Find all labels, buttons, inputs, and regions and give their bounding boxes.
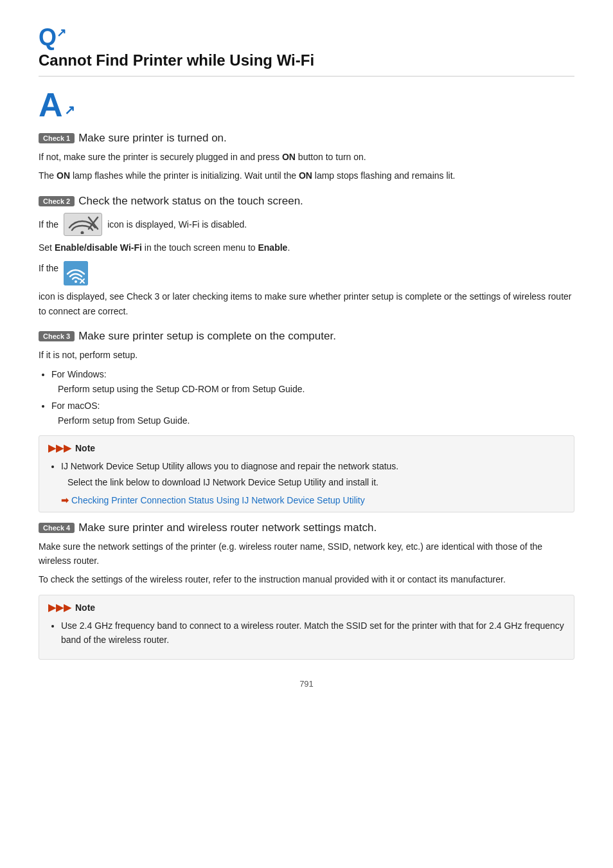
check1-para1: If not, make sure the printer is securel… bbox=[39, 150, 574, 164]
header-q-icon: Q↗ bbox=[39, 26, 574, 49]
check2-set-text: Set Enable/disable Wi-Fi in the touch sc… bbox=[39, 240, 574, 255]
check4-note: ▶▶▶ Note Use 2.4 GHz frequency band to c… bbox=[39, 595, 574, 660]
check3-macos-label: For macOS: bbox=[51, 401, 100, 411]
check3-heading: Check 3 Make sure printer setup is compl… bbox=[39, 330, 574, 343]
check3-bullet-macos: For macOS: Perform setup from Setup Guid… bbox=[51, 399, 574, 428]
check1-para2: The ON lamp flashes while the printer is… bbox=[39, 168, 574, 183]
check4-badge: Check 4 bbox=[39, 523, 75, 533]
wifi-disabled-icon bbox=[64, 213, 102, 236]
check4-note-label: Note bbox=[75, 602, 95, 613]
check4-note-arrows: ▶▶▶ bbox=[48, 602, 71, 613]
check3-note-bullets: IJ Network Device Setup Utility allows y… bbox=[61, 459, 565, 490]
check3-note-link[interactable]: ➡ Checking Printer Connection Status Usi… bbox=[61, 495, 565, 505]
check1-badge: Check 1 bbox=[39, 133, 75, 143]
a-letter: A bbox=[39, 88, 63, 122]
check2-before-icon1: If the bbox=[39, 217, 58, 231]
answer-icon: A↗ bbox=[39, 88, 574, 122]
check4-heading: Check 4 Make sure printer and wireless r… bbox=[39, 521, 574, 534]
check3-intro: If it is not, perform setup. bbox=[39, 348, 574, 362]
a-arrow: ↗ bbox=[64, 104, 75, 116]
check3-badge: Check 3 bbox=[39, 331, 75, 341]
link-arrow-icon: ➡ bbox=[61, 495, 69, 505]
check4-heading-text: Make sure printer and wireless router ne… bbox=[78, 521, 377, 534]
check3-note-bullet1: IJ Network Device Setup Utility allows y… bbox=[61, 459, 565, 490]
check3-note: ▶▶▶ Note IJ Network Device Setup Utility… bbox=[39, 435, 574, 512]
check2-icon2-line: If the icon is displayed, see Check 3 or… bbox=[39, 261, 574, 318]
check2-badge: Check 2 bbox=[39, 196, 75, 206]
title-divider bbox=[39, 76, 574, 77]
check4-note-bullets: Use 2.4 GHz frequency band to connect to… bbox=[61, 619, 565, 647]
check1-heading-text: Make sure printer is turned on. bbox=[78, 132, 227, 145]
check4-note-bullet1: Use 2.4 GHz frequency band to connect to… bbox=[61, 619, 565, 647]
check3-windows-sub: Perform setup using the Setup CD-ROM or … bbox=[58, 382, 574, 396]
check2-after-icon2: icon is displayed, see Check 3 or later … bbox=[39, 289, 574, 318]
check2-heading-text: Check the network status on the touch sc… bbox=[78, 195, 303, 208]
check3-note-arrows: ▶▶▶ bbox=[48, 442, 71, 454]
check3-bullet-windows: For Windows: Perform setup using the Set… bbox=[51, 367, 574, 396]
wifi-error-icon bbox=[64, 261, 88, 285]
check4-note-main1: Use 2.4 GHz frequency band to connect to… bbox=[61, 620, 564, 645]
check4-note-title: ▶▶▶ Note bbox=[48, 602, 565, 613]
check1-heading: Check 1 Make sure printer is turned on. bbox=[39, 132, 574, 145]
check3-note-title: ▶▶▶ Note bbox=[48, 442, 565, 454]
check2-after-icon1: icon is displayed, Wi-Fi is disabled. bbox=[107, 217, 247, 231]
svg-point-4 bbox=[75, 280, 77, 283]
check3-note-main1: IJ Network Device Setup Utility allows y… bbox=[61, 461, 398, 471]
check3-windows-label: For Windows: bbox=[51, 369, 107, 379]
check4-para2: To check the settings of the wireless ro… bbox=[39, 572, 574, 586]
q-arrow: ↗ bbox=[57, 26, 66, 39]
check3-heading-text: Make sure printer setup is complete on t… bbox=[78, 330, 336, 343]
check3-note-sub1: Select the link below to download IJ Net… bbox=[67, 475, 565, 489]
check3-bullets: For Windows: Perform setup using the Set… bbox=[51, 367, 574, 428]
check4-para1: Make sure the network settings of the pr… bbox=[39, 539, 574, 568]
check2-before-icon2: If the bbox=[39, 261, 58, 275]
link-text: Checking Printer Connection Status Using… bbox=[71, 495, 365, 505]
svg-point-0 bbox=[81, 231, 84, 234]
check3-macos-sub: Perform setup from Setup Guide. bbox=[58, 413, 574, 428]
check2-icon1-line: If the icon is displayed, Wi-Fi is disab… bbox=[39, 213, 574, 236]
page-title: Cannot Find Printer while Using Wi-Fi bbox=[39, 51, 574, 69]
check3-note-label: Note bbox=[75, 443, 95, 453]
page-number: 791 bbox=[39, 679, 574, 689]
q-letter: Q bbox=[39, 24, 57, 50]
check2-heading: Check 2 Check the network status on the … bbox=[39, 195, 574, 208]
